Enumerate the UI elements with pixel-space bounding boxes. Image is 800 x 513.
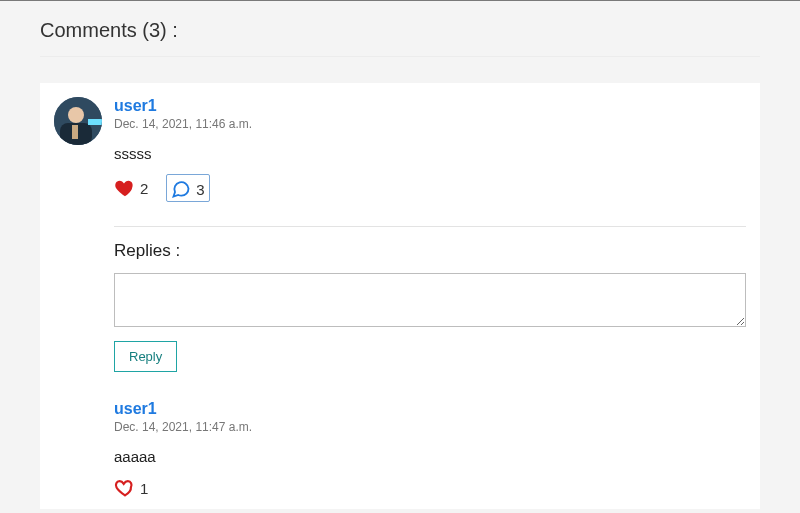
heart-icon: [114, 477, 136, 499]
comment-body: user1 Dec. 14, 2021, 11:46 a.m. sssss 2: [114, 97, 746, 202]
reply-button[interactable]: Reply: [114, 341, 177, 372]
like-count: 1: [140, 480, 148, 497]
reply-timestamp: Dec. 14, 2021, 11:47 a.m.: [114, 420, 746, 434]
comments-section: Comments (3) : user1 Dec. 14, 2021, 11:4…: [0, 0, 800, 509]
like-button[interactable]: 1: [114, 477, 148, 499]
reply-count: 3: [196, 181, 204, 198]
divider: [114, 226, 746, 227]
reply-textarea[interactable]: [114, 273, 746, 327]
comment-actions: 2 3: [114, 174, 746, 202]
like-count: 2: [140, 180, 148, 197]
svg-point-1: [68, 107, 84, 123]
like-button[interactable]: 2: [114, 177, 148, 199]
comments-header: Comments (3) :: [40, 15, 760, 57]
reply-text: aaaaa: [114, 448, 746, 465]
comment: user1 Dec. 14, 2021, 11:46 a.m. sssss 2: [54, 97, 746, 202]
comment-text: sssss: [114, 145, 746, 162]
heart-icon: [114, 177, 136, 199]
comment-icon: [170, 178, 192, 200]
replies-toggle[interactable]: 3: [166, 174, 209, 202]
comment-timestamp: Dec. 14, 2021, 11:46 a.m.: [114, 117, 746, 131]
svg-rect-3: [88, 119, 102, 125]
username-link[interactable]: user1: [114, 400, 157, 418]
comment-card: user1 Dec. 14, 2021, 11:46 a.m. sssss 2: [40, 83, 760, 509]
replies-label: Replies :: [114, 241, 746, 261]
avatar[interactable]: [54, 97, 102, 145]
replies-section: Replies : Reply user1 Dec. 14, 2021, 11:…: [54, 226, 746, 499]
reply-actions: 1: [114, 477, 746, 499]
username-link[interactable]: user1: [114, 97, 157, 115]
reply-item: user1 Dec. 14, 2021, 11:47 a.m. aaaaa 1: [114, 400, 746, 499]
svg-rect-4: [72, 125, 78, 139]
